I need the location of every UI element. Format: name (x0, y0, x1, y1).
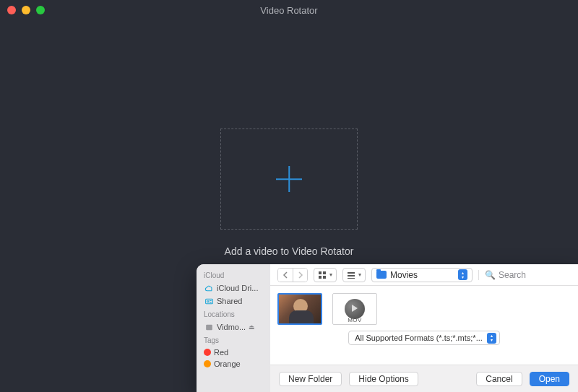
folder-icon (376, 271, 387, 279)
view-icons-button[interactable]: ▾ (314, 268, 337, 282)
format-row: All Supported Formats (*.ts;*.mts;*... ▴… (277, 331, 571, 345)
window-minimize-button[interactable] (22, 6, 30, 14)
sidebar-item-label: Orange (214, 360, 241, 368)
traffic-lights (7, 6, 45, 14)
svg-point-1 (207, 300, 208, 302)
window-title: Video Rotator (260, 5, 317, 16)
file-dialog-main: ▾ ▾ Movies ▴▾ 🔍 Search (270, 264, 578, 392)
chevron-left-icon (282, 271, 288, 279)
sidebar-tag-orange[interactable]: Orange (204, 358, 270, 370)
file-row: MOV (277, 293, 571, 325)
video-dropzone[interactable] (220, 129, 358, 230)
document-thumbnail: MOV (332, 293, 377, 325)
tag-dot-orange-icon (204, 360, 211, 367)
file-dialog-toolbar: ▾ ▾ Movies ▴▾ 🔍 Search (270, 264, 578, 286)
quicktime-icon (345, 299, 365, 319)
plus-icon (276, 166, 302, 192)
file-item-video[interactable] (277, 293, 322, 325)
sidebar-section-icloud: iCloud (204, 271, 270, 279)
open-button[interactable]: Open (530, 372, 569, 386)
disk-icon (204, 322, 214, 332)
window-zoom-button[interactable] (36, 6, 45, 14)
updown-arrows-icon: ▴▾ (487, 333, 496, 344)
svg-rect-9 (348, 278, 355, 279)
svg-rect-5 (319, 276, 322, 279)
nav-back-button[interactable] (278, 269, 293, 282)
svg-rect-7 (348, 272, 355, 274)
format-select-label: All Supported Formats (*.ts;*.mts;*... (355, 334, 483, 342)
nav-buttons (277, 268, 308, 282)
svg-rect-3 (319, 271, 322, 274)
format-select[interactable]: All Supported Formats (*.ts;*.mts;*... ▴… (348, 331, 500, 345)
titlebar: Video Rotator (0, 0, 578, 20)
sidebar-item-icloud-drive[interactable]: iCloud Dri... (204, 282, 270, 295)
svg-rect-2 (206, 324, 212, 330)
search-field[interactable]: 🔍 Search (478, 270, 571, 280)
sidebar-tag-red[interactable]: Red (204, 347, 270, 358)
chevron-down-icon: ▾ (358, 271, 361, 278)
sidebar-section-locations: Locations (204, 310, 270, 318)
tag-dot-red-icon (204, 349, 211, 356)
file-browser-content: MOV All Supported Formats (*.ts;*.mts;*.… (270, 286, 578, 365)
eject-icon[interactable]: ⏏ (249, 323, 255, 331)
dropzone-caption: Add a video to Video Rotator (225, 245, 354, 257)
file-item-mov[interactable]: MOV (332, 293, 377, 325)
svg-rect-6 (323, 276, 326, 279)
search-icon: 🔍 (485, 270, 496, 280)
video-thumbnail (277, 293, 322, 325)
group-by-button[interactable]: ▾ (342, 268, 366, 282)
sidebar-item-shared[interactable]: Shared (204, 295, 270, 308)
file-ext-label: MOV (333, 317, 376, 323)
file-dialog-sidebar: iCloud iCloud Dri... Shared Locations Vi… (197, 264, 270, 392)
cloud-icon (204, 283, 214, 293)
updown-arrows-icon: ▴▾ (458, 269, 467, 280)
window-close-button[interactable] (7, 6, 16, 14)
svg-rect-8 (348, 275, 355, 276)
search-placeholder: Search (499, 270, 526, 280)
sidebar-item-label: iCloud Dri... (217, 284, 258, 292)
cancel-button[interactable]: Cancel (476, 372, 522, 386)
sidebar-item-label: Red (214, 348, 228, 357)
chevron-down-icon: ▾ (329, 271, 332, 278)
nav-forward-button[interactable] (293, 269, 307, 282)
sidebar-item-label: Vidmo... (217, 323, 246, 331)
sidebar-item-volume[interactable]: Vidmo... ⏏ (204, 321, 270, 334)
sidebar-item-label: Shared (217, 297, 242, 305)
svg-rect-4 (323, 271, 326, 274)
hide-options-button[interactable]: Hide Options (349, 372, 418, 386)
location-popup[interactable]: Movies ▴▾ (371, 268, 473, 282)
file-open-dialog: iCloud iCloud Dri... Shared Locations Vi… (197, 264, 578, 392)
grid-icon (318, 271, 327, 279)
shared-icon (204, 296, 214, 306)
group-icon (347, 271, 355, 279)
chevron-right-icon (298, 271, 303, 279)
new-folder-button[interactable]: New Folder (279, 372, 342, 386)
file-dialog-footer: New Folder Hide Options Cancel Open (270, 365, 578, 392)
sidebar-section-tags: Tags (204, 336, 270, 344)
location-label: Movies (390, 270, 454, 280)
